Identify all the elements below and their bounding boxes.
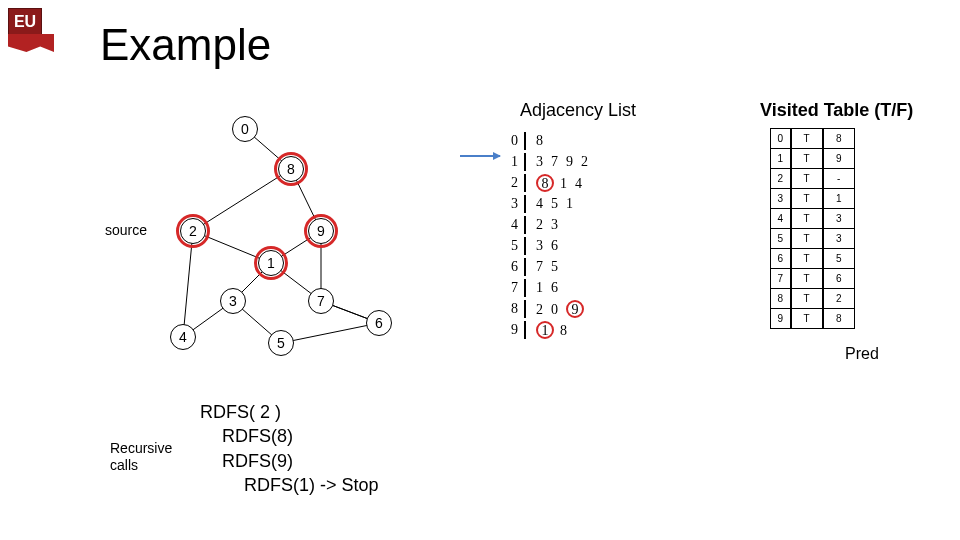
source-label: source <box>105 222 147 238</box>
pointer-arrow <box>460 155 500 157</box>
adjacency-list: 0813792281434514235366757168209918 <box>500 130 700 340</box>
recursive-calls-label: Recursivecalls <box>110 440 172 474</box>
call-line: RDFS(1) -> Stop <box>244 473 379 497</box>
call-line: RDFS(8) <box>222 424 379 448</box>
adj-row-3: 3451 <box>500 193 700 214</box>
visited-row-0: 0T8 <box>771 129 855 149</box>
call-line: RDFS( 2 ) <box>200 400 379 424</box>
visited-row-9: 9T8 <box>771 309 855 329</box>
node-0: 0 <box>232 116 258 142</box>
logo-text: EU <box>8 8 42 36</box>
adj-row-6: 675 <box>500 256 700 277</box>
node-1: 1 <box>258 250 284 276</box>
adj-row-8: 8209 <box>500 298 700 319</box>
node-4: 4 <box>170 324 196 350</box>
visited-row-3: 3T1 <box>771 189 855 209</box>
adj-highlight: 8 <box>536 174 554 192</box>
adjacency-header: Adjacency List <box>520 100 636 121</box>
visited-row-8: 8T2 <box>771 289 855 309</box>
visited-table: 0T81T92T-3T14T35T36T57T68T29T8 <box>770 128 855 329</box>
graph-edges <box>120 110 450 350</box>
visited-row-2: 2T- <box>771 169 855 189</box>
call-line: RDFS(9) <box>222 449 379 473</box>
adj-highlight: 9 <box>566 300 584 318</box>
adj-row-2: 2814 <box>500 172 700 193</box>
svg-line-12 <box>281 323 379 343</box>
adj-row-7: 716 <box>500 277 700 298</box>
adj-highlight: 1 <box>536 321 554 339</box>
pred-label: Pred <box>845 345 879 363</box>
node-8: 8 <box>278 156 304 182</box>
visited-row-5: 5T3 <box>771 229 855 249</box>
call-stack: RDFS( 2 )RDFS(8)RDFS(9)RDFS(1) -> Stop <box>200 400 379 497</box>
adj-row-9: 918 <box>500 319 700 340</box>
node-3: 3 <box>220 288 246 314</box>
adj-row-1: 13792 <box>500 151 700 172</box>
visited-row-6: 6T5 <box>771 249 855 269</box>
visited-row-4: 4T3 <box>771 209 855 229</box>
node-2: 2 <box>180 218 206 244</box>
slide-title: Example <box>100 20 271 70</box>
logo-flag <box>8 34 54 52</box>
graph-diagram: 0123456789 <box>120 110 450 350</box>
eu-logo: EU <box>8 8 54 54</box>
node-6: 6 <box>366 310 392 336</box>
visited-header: Visited Table (T/F) <box>760 100 913 121</box>
adj-row-4: 423 <box>500 214 700 235</box>
node-5: 5 <box>268 330 294 356</box>
adj-row-5: 536 <box>500 235 700 256</box>
node-9: 9 <box>308 218 334 244</box>
visited-row-1: 1T9 <box>771 149 855 169</box>
node-7: 7 <box>308 288 334 314</box>
visited-row-7: 7T6 <box>771 269 855 289</box>
adj-row-0: 08 <box>500 130 700 151</box>
